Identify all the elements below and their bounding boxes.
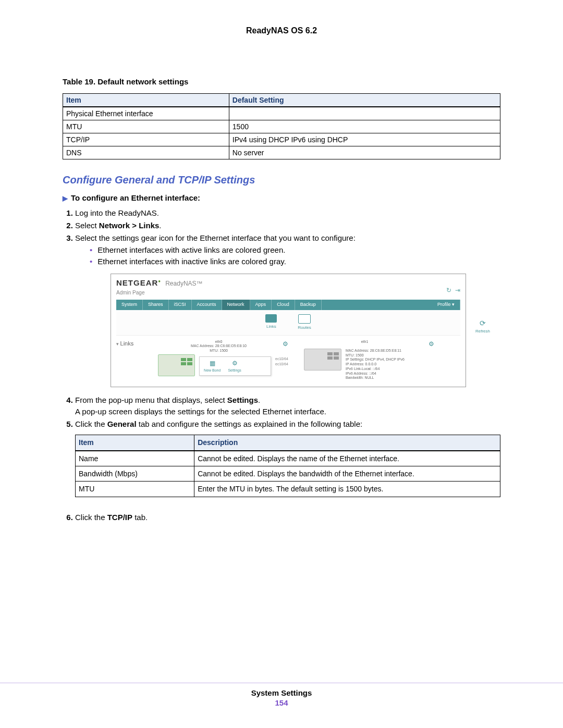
popup-settings[interactable]: ⚙Settings bbox=[228, 359, 241, 374]
section-heading: Configure General and TCP/IP Settings bbox=[63, 174, 500, 186]
t1r1c0: MTU bbox=[63, 120, 229, 133]
step-5-bold: General bbox=[107, 419, 137, 428]
default-network-settings-table: Item Default Setting Physical Ethernet i… bbox=[63, 93, 500, 159]
t2r2c1: Enter the MTU in bytes. The default sett… bbox=[194, 482, 500, 497]
step-2-pre: Select bbox=[75, 221, 99, 230]
t2r2c0: MTU bbox=[76, 482, 194, 497]
general-tab-table: Item Description NameCannot be edited. D… bbox=[75, 435, 500, 497]
procedure-intro-text: To configure an Ethernet interface: bbox=[71, 193, 200, 202]
step-4: From the pop-up menu that displays, sele… bbox=[75, 394, 500, 417]
step-3-sublist: Ethernet interfaces with active links ar… bbox=[90, 244, 500, 267]
step-3-sub-a: Ethernet interfaces with active links ar… bbox=[90, 244, 500, 256]
ss-card-eth1: eth1 ⚙ MAC Address: 28:C6:8E:D5:E8:11 MT… bbox=[304, 340, 434, 381]
footer-page-number: 154 bbox=[0, 698, 563, 707]
doc-header: ReadyNAS OS 6.2 bbox=[63, 26, 500, 35]
ss-side-links[interactable]: Links bbox=[116, 340, 153, 381]
eth0-extra: ec10/64 ec10/64 bbox=[275, 356, 288, 367]
t1r3c1: No server bbox=[229, 146, 500, 159]
page-footer: System Settings 154 bbox=[0, 683, 563, 707]
step-2-bold: Network > Links bbox=[99, 221, 159, 230]
refresh-icon: ⟳ bbox=[480, 319, 486, 327]
ss-subtabs: Links Routes bbox=[116, 310, 460, 336]
step-5-pre: Click the bbox=[75, 419, 107, 428]
steps-list: Log into the ReadyNAS. Select Network > … bbox=[75, 207, 500, 523]
step-4-line2: A pop-up screen displays the settings fo… bbox=[75, 407, 326, 416]
t1r3c0: DNS bbox=[63, 146, 229, 159]
eth1-gear-icon[interactable]: ⚙ bbox=[429, 340, 434, 349]
ss-tabbar: System Shares iSCSI Accounts Network App… bbox=[116, 300, 460, 310]
procedure-intro: ▶To configure an Ethernet interface: bbox=[63, 193, 500, 202]
table2-h0: Item bbox=[76, 435, 194, 451]
ss-admin-label: Admin Page bbox=[116, 289, 460, 297]
step-6-post: tab. bbox=[132, 513, 148, 522]
ss-product: ReadyNAS™ bbox=[165, 279, 202, 288]
table2-h1: Description bbox=[194, 435, 500, 451]
ss-tab-profile[interactable]: Profile ▾ bbox=[432, 300, 460, 310]
settings-icon: ⚙ bbox=[228, 359, 241, 368]
t1r1c1: 1500 bbox=[229, 120, 500, 133]
step-5: Click the General tab and configure the … bbox=[75, 418, 500, 497]
arrow-icon: ▶ bbox=[63, 194, 68, 202]
eth0-gear-icon[interactable]: ⚙ bbox=[283, 340, 288, 349]
step-4-bold: Settings bbox=[227, 396, 258, 404]
eth0-nic-icon bbox=[158, 354, 195, 376]
eth0-name: eth0 bbox=[158, 340, 279, 344]
ss-tab-shares[interactable]: Shares bbox=[143, 300, 169, 310]
step-2: Select Network > Links. bbox=[75, 220, 500, 231]
t2r0c1: Cannot be edited. Displays the name of t… bbox=[194, 451, 500, 466]
step-3: Select the settings gear icon for the Et… bbox=[75, 232, 500, 388]
ss-top-icons: ↻ ⇥ bbox=[446, 286, 460, 295]
ss-popup-menu: ▦New Bond ⚙Settings bbox=[199, 356, 271, 376]
t1r0c0: Physical Ethernet interface bbox=[63, 107, 229, 120]
step-4-post: . bbox=[258, 396, 260, 404]
t2r0c0: Name bbox=[76, 451, 194, 466]
t2r1c0: Bandwidth (Mbps) bbox=[76, 466, 194, 482]
newbond-icon: ▦ bbox=[204, 359, 221, 368]
ss-tab-network[interactable]: Network bbox=[222, 300, 250, 310]
step-3-text: Select the settings gear icon for the Et… bbox=[75, 233, 356, 242]
ss-tab-apps[interactable]: Apps bbox=[250, 300, 272, 310]
t1r2c1: IPv4 using DHCP IPv6 using DHCP bbox=[229, 133, 500, 146]
popup-new-bond[interactable]: ▦New Bond bbox=[204, 359, 221, 374]
routes-icon bbox=[298, 314, 311, 324]
table1-h0: Item bbox=[63, 94, 229, 107]
ss-brand: NETGEAR● bbox=[116, 277, 161, 289]
ss-card-eth0: eth0 MAC Address: 28:C6:8E:D5:E8:10 MTU:… bbox=[158, 340, 288, 381]
eth0-mac: MAC Address: 28:C6:8E:D5:E8:10 bbox=[158, 344, 279, 349]
t1r2c0: TCP/IP bbox=[63, 133, 229, 146]
eth1-nic-icon bbox=[304, 349, 341, 371]
step-1: Log into the ReadyNAS. bbox=[75, 207, 500, 219]
eth1-info: MAC Address: 28:C6:8E:D5:E8:11 MTU: 1500… bbox=[346, 349, 405, 380]
ss-tab-accounts[interactable]: Accounts bbox=[192, 300, 222, 310]
step-6-pre: Click the bbox=[75, 513, 107, 522]
screenshot-illustration: NETGEAR● ReadyNAS™ Admin Page ↻ ⇥ System… bbox=[111, 274, 466, 387]
ss-refresh[interactable]: ⟳Refresh bbox=[475, 318, 490, 335]
table1-h1: Default Setting bbox=[229, 94, 500, 107]
eth0-mtu: MTU: 1500 bbox=[158, 349, 279, 353]
step-2-post: . bbox=[159, 221, 161, 230]
step-3-sub-b: Ethernet interfaces with inactive links … bbox=[90, 256, 500, 267]
table1-caption: Table 19. Default network settings bbox=[63, 77, 500, 86]
eth1-name: eth1 bbox=[304, 340, 425, 344]
footer-label: System Settings bbox=[0, 688, 563, 697]
step-6: Click the TCP/IP tab. bbox=[75, 512, 500, 523]
step-5-post: tab and configure the settings as explai… bbox=[137, 419, 363, 428]
ss-tab-cloud[interactable]: Cloud bbox=[272, 300, 295, 310]
t1r0c1 bbox=[229, 107, 500, 120]
step-4-pre: From the pop-up menu that displays, sele… bbox=[75, 396, 227, 404]
ss-subtab-routes[interactable]: Routes bbox=[298, 314, 311, 331]
step-6-bold: TCP/IP bbox=[107, 513, 132, 522]
t2r1c1: Cannot be edited. Displays the bandwidth… bbox=[194, 466, 500, 482]
ss-subtab-links[interactable]: Links bbox=[265, 314, 277, 331]
ss-tab-backup[interactable]: Backup bbox=[295, 300, 322, 310]
links-icon bbox=[265, 314, 277, 323]
ss-tab-system[interactable]: System bbox=[116, 300, 143, 310]
ss-tab-iscsi[interactable]: iSCSI bbox=[169, 300, 192, 310]
